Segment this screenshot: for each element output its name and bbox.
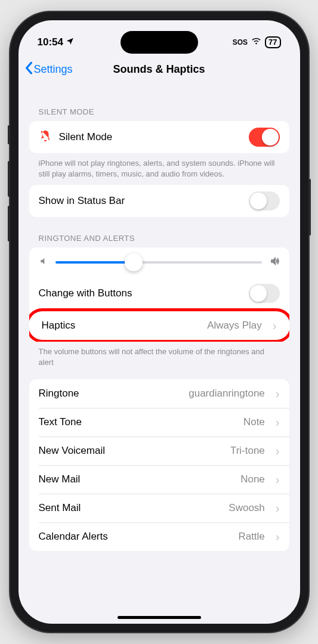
calendar-row[interactable]: Calendar Alerts Rattle › [29, 522, 289, 551]
newmail-row[interactable]: New Mail None › [29, 465, 289, 494]
chevron-right-icon: › [276, 388, 280, 400]
change-buttons-row[interactable]: Change with Buttons [29, 277, 289, 309]
texttone-row[interactable]: Text Tone Note › [29, 408, 289, 436]
change-buttons-label: Change with Buttons [39, 287, 242, 299]
texttone-value: Note [243, 416, 265, 428]
silent-mode-toggle[interactable] [249, 128, 280, 147]
chevron-right-icon: › [276, 445, 280, 457]
mute-switch[interactable] [8, 125, 10, 144]
ringtone-note: The volume buttons will not affect the v… [29, 342, 289, 367]
silent-mode-row[interactable]: Silent Mode [29, 121, 289, 153]
speaker-low-icon [39, 256, 48, 268]
newmail-value: None [240, 473, 265, 485]
ringtone-label: Ringtone [39, 388, 182, 400]
back-button[interactable]: Settings [24, 61, 73, 78]
sentmail-value: Swoosh [229, 502, 264, 514]
calendar-label: Calendar Alerts [39, 531, 231, 543]
phone-frame: 10:54 SOS 77 Settings Sounds & Haptic [10, 12, 308, 632]
dynamic-island [121, 31, 198, 54]
texttone-label: Text Tone [39, 416, 236, 428]
nav-header: Settings Sounds & Haptics [18, 55, 300, 83]
chevron-right-icon: › [276, 502, 280, 514]
wifi-icon [251, 38, 261, 47]
voicemail-row[interactable]: New Voicemail Tri-tone › [29, 436, 289, 465]
slider-thumb[interactable] [125, 253, 143, 271]
silent-mode-note: iPhone will not play ringtones, alerts, … [29, 153, 289, 179]
section-header-ringtone: RINGTONE AND ALERTS [29, 217, 289, 247]
screen: 10:54 SOS 77 Settings Sounds & Haptic [18, 20, 300, 624]
power-button[interactable] [308, 179, 311, 236]
bell-slash-icon [39, 129, 52, 145]
highlight-annotation: Haptics Always Play › [29, 308, 289, 342]
newmail-label: New Mail [39, 473, 234, 485]
volume-slider[interactable] [55, 261, 262, 264]
voicemail-label: New Voicemail [39, 445, 223, 457]
show-statusbar-label: Show in Status Bar [39, 195, 242, 207]
chevron-right-icon: › [273, 320, 277, 332]
chevron-right-icon: › [276, 416, 280, 428]
chevron-right-icon: › [276, 531, 280, 543]
battery-indicator: 77 [265, 36, 280, 48]
chevron-right-icon: › [276, 473, 280, 485]
haptics-value: Always Play [207, 320, 262, 332]
voicemail-value: Tri-tone [230, 445, 265, 457]
back-label: Settings [34, 63, 73, 76]
status-time: 10:54 [38, 36, 63, 48]
home-indicator[interactable] [118, 616, 201, 619]
chevron-left-icon [24, 61, 33, 78]
sentmail-row[interactable]: Sent Mail Swoosh › [29, 494, 289, 522]
ringtone-row[interactable]: Ringtone guardianringtone › [29, 379, 289, 408]
change-buttons-toggle[interactable] [249, 284, 280, 303]
ringtone-value: guardianringtone [189, 388, 265, 400]
volume-up-button[interactable] [8, 161, 10, 197]
sentmail-label: Sent Mail [39, 502, 222, 514]
volume-down-button[interactable] [8, 206, 10, 242]
volume-slider-row[interactable] [29, 247, 289, 277]
location-icon [66, 36, 74, 48]
haptics-label: Haptics [42, 320, 200, 332]
haptics-row[interactable]: Haptics Always Play › [32, 311, 286, 340]
show-statusbar-row[interactable]: Show in Status Bar [29, 185, 289, 217]
silent-mode-label: Silent Mode [59, 131, 242, 143]
sos-indicator: SOS [233, 38, 248, 47]
calendar-value: Rattle [238, 531, 264, 543]
section-header-silent: SILENT MODE [29, 83, 289, 121]
speaker-high-icon [269, 256, 280, 269]
show-statusbar-toggle[interactable] [249, 191, 280, 210]
